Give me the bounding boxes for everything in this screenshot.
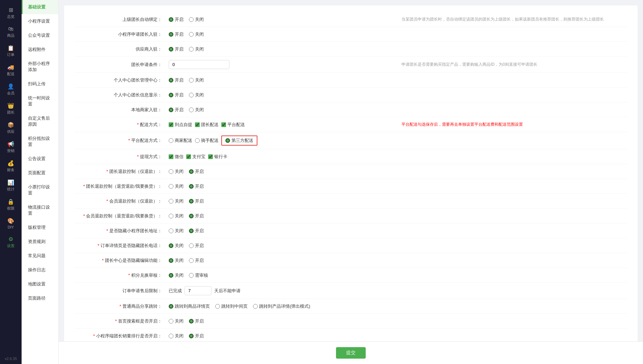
radio-points-audit-off[interactable]: 关闭 [169, 272, 184, 278]
radio-leader-refund-only-off[interactable]: 关闭 [169, 169, 184, 175]
radio-miniapp-apply-leader-off[interactable]: 关闭 [189, 31, 204, 37]
sidebar-item-goods[interactable]: 🛍 商品 [0, 23, 22, 41]
row-withdraw-method: * 提现方式： 微信 支付宝 银行卡 [74, 149, 627, 164]
radio-auto-bind-leader-off[interactable]: 关闭 [189, 17, 204, 23]
radio-share-popup[interactable]: 跳转到产品详情(弹出模式) [253, 303, 310, 309]
radio-member-return-on[interactable]: 开启 [189, 213, 204, 219]
sidebar2-item-remote[interactable]: 远程附件 [22, 42, 58, 57]
leader-icon: 👑 [7, 102, 14, 109]
radio-leader-refund-only-on[interactable]: 开启 [189, 169, 204, 175]
radio-member-return-off[interactable]: 关闭 [169, 213, 184, 219]
radio-hide-leader-address-off[interactable]: 关闭 [169, 228, 184, 234]
sidebar-item-settings[interactable]: ⚙ 设置 [0, 233, 22, 252]
radio-leader-return-on[interactable]: 开启 [189, 183, 204, 189]
sidebar2-item-oplog[interactable]: 操作日志 [22, 263, 58, 277]
input-order-limit-days[interactable] [185, 286, 212, 295]
radio-points-audit-on[interactable]: 需审核 [189, 272, 208, 278]
checkbox-platform-delivery[interactable]: 平台配送 [221, 122, 245, 128]
radio-personal-leader-center-on[interactable]: 开启 [169, 77, 184, 83]
radio-member-refund-only-on[interactable]: 开启 [189, 198, 204, 204]
sidebar-item-leader[interactable]: 👑 团长 [0, 99, 22, 118]
sidebar2-item-interface[interactable]: 物流接口设置 [22, 200, 58, 220]
sidebar2-item-copyright[interactable]: 版权管理 [22, 220, 58, 235]
checkbox-bank-withdraw[interactable]: 银行卡 [208, 154, 227, 160]
sidebar2-item-basic[interactable]: 基础设置 [22, 0, 58, 14]
third-party-delivery-option[interactable]: 第三方配送 [221, 135, 257, 146]
checkbox-self-pickup[interactable]: 到点自提 [169, 122, 192, 128]
sidebar2-item-print[interactable]: 小票打印设置 [22, 180, 58, 200]
sidebar-item-order[interactable]: 📋 订单 [0, 41, 22, 61]
radio-hide-leader-phone-on[interactable]: 开启 [189, 243, 204, 249]
radio-third-delivery[interactable]: 第三方配送 [225, 138, 253, 144]
sidebar-item-stats[interactable]: 📊 统计 [0, 176, 22, 195]
radio-home-search-off[interactable]: 关闭 [169, 318, 184, 324]
sidebar2-item-rules[interactable]: 资质规则 [22, 235, 58, 249]
radio-leader-sales-rank-off[interactable]: 关闭 [169, 333, 184, 339]
row-supplier-apply: 供应商入驻： 开启 关闭 [74, 42, 627, 57]
checkbox-wechat-withdraw[interactable]: 微信 [169, 154, 184, 160]
radio-local-merchant-on[interactable]: 开启 [169, 107, 184, 113]
sidebar-item-supply[interactable]: 📦 供应 [0, 118, 22, 138]
label-personal-leader-center: 个人中心团长管理中心： [74, 77, 169, 83]
radio-personal-leader-center-off[interactable]: 关闭 [189, 77, 204, 83]
sidebar-item-member[interactable]: 👤 会员 [0, 80, 22, 99]
radio-leader-sales-rank-on[interactable]: 开启 [189, 333, 204, 339]
sidebar2-item-unified[interactable]: 统一时间设置 [22, 91, 58, 111]
diy-icon: 🎨 [7, 218, 14, 224]
radio-hide-leader-phone-off[interactable]: 关闭 [169, 243, 184, 249]
content-leader-return-control: 关闭 开启 [169, 183, 627, 189]
submit-button[interactable]: 提交 [336, 347, 366, 359]
label-local-merchant: 本地商家入驻： [74, 107, 169, 113]
label-platform-delivery-method: * 平台配送方式： [74, 138, 169, 144]
radio-leader-return-off[interactable]: 关闭 [169, 183, 184, 189]
radio-auto-bind-leader-on[interactable]: 开启 [169, 17, 184, 23]
stats-icon: 📊 [7, 179, 14, 186]
sidebar-item-permission[interactable]: 🔒 权限 [0, 195, 22, 214]
sidebar2-item-notice[interactable]: 公告设置 [22, 152, 58, 166]
sidebar2-item-pagepath[interactable]: 页面路径 [22, 291, 58, 305]
row-local-merchant: 本地商家入驻： 开启 关闭 [74, 102, 627, 117]
sidebar2-item-faq[interactable]: 常见问题 [22, 249, 58, 263]
radio-merchant-delivery[interactable]: 商家配送 [169, 138, 192, 144]
radio-member-refund-only-off[interactable]: 关闭 [169, 198, 184, 204]
sidebar2-item-scan[interactable]: 扫码上传 [22, 77, 58, 91]
content-platform-delivery-method: 商家配送 骑手配送 第三方配送 [169, 135, 627, 146]
radio-hide-leader-address-on[interactable]: 开启 [189, 228, 204, 234]
sidebar2-item-miniapp[interactable]: 小程序设置 [22, 14, 58, 28]
sidebar2-item-wechat[interactable]: 公众号设置 [22, 28, 58, 42]
row-leader-refund-only: * 团长退款控制（仅退款）： 关闭 开启 [74, 164, 627, 179]
hint-leader-apply-condition: 申请团长是否需要购买指定产品，需要购输入商品ID，为0则直接可申请团长 [401, 62, 627, 67]
radio-supplier-apply-off[interactable]: 关闭 [189, 46, 204, 52]
radio-personal-leader-info-off[interactable]: 关闭 [189, 92, 204, 98]
label-home-search: * 首页搜索框是否开启： [74, 318, 169, 324]
checkbox-leader-delivery[interactable]: 团长配送 [195, 122, 219, 128]
radio-share-mid[interactable]: 跳转到中间页 [215, 303, 248, 309]
sidebar-item-marketing[interactable]: 📢 营销 [0, 138, 22, 157]
radio-points-exchange-audit: 关闭 需审核 [169, 272, 208, 278]
sidebar2-item-map[interactable]: 地图设置 [22, 277, 58, 291]
sidebar2-item-custom[interactable]: 自定义售后原因 [22, 111, 58, 131]
radio-share-detail[interactable]: 跳转到商品详情页 [169, 303, 210, 309]
radio-miniapp-apply-leader-on[interactable]: 开启 [169, 31, 184, 37]
radio-hide-leader-edit-off[interactable]: 关闭 [169, 257, 184, 264]
radio-home-search: 关闭 开启 [169, 318, 204, 324]
radio-home-search-on[interactable]: 开启 [189, 318, 204, 324]
label-order-apply-limit: 订单申请售后限制： [74, 288, 169, 294]
sidebar-item-delivery[interactable]: 🚚 配送 [0, 61, 22, 80]
radio-supplier-apply-on[interactable]: 开启 [169, 46, 184, 52]
sidebar-item-diy[interactable]: 🎨 DIY [0, 214, 22, 233]
sidebar-item-overview[interactable]: ⊞ 总览 [0, 3, 22, 23]
sidebar-item-finance[interactable]: 💰 财务 [0, 157, 22, 176]
radio-courier-delivery[interactable]: 骑手配送 [195, 138, 219, 144]
radio-local-merchant-off[interactable]: 关闭 [189, 107, 204, 113]
delivery-icon: 🚚 [7, 64, 14, 70]
sidebar2-item-points[interactable]: 积分抵扣设置 [22, 131, 58, 152]
radio-personal-leader-info-on[interactable]: 开启 [169, 92, 184, 98]
sidebar2-item-external[interactable]: 外部小程序添加 [22, 57, 58, 77]
checkbox-alipay-withdraw[interactable]: 支付宝 [186, 154, 205, 160]
sidebar2-item-page[interactable]: 页面配置 [22, 166, 58, 180]
input-leader-apply-condition[interactable] [169, 60, 229, 69]
radio-hide-leader-edit-on[interactable]: 开启 [189, 257, 204, 264]
content-hide-leader-address: 关闭 开启 [169, 228, 627, 234]
content-hide-leader-phone: 关闭 开启 [169, 243, 627, 249]
